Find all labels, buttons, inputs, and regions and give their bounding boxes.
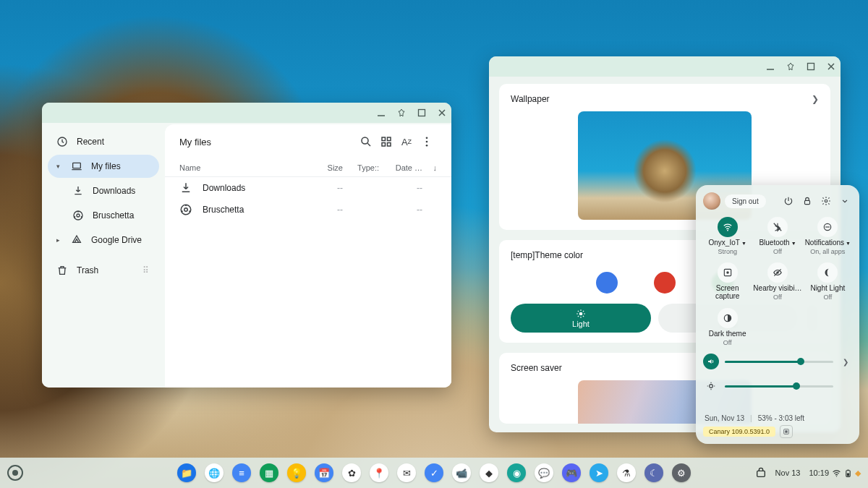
sort-arrow-icon[interactable]: ↓ (422, 163, 437, 172)
theme-swatch-0[interactable] (596, 272, 618, 294)
app-docs[interactable]: ≡ (232, 463, 251, 482)
minimize-icon[interactable] (765, 61, 775, 72)
app-calendar[interactable]: 📅 (315, 463, 333, 482)
files-column-header[interactable]: Name Size Type:: Date … ↓ (165, 159, 451, 177)
grid-view-icon[interactable] (376, 132, 396, 152)
minimize-icon[interactable] (376, 108, 386, 118)
shelf-status-area[interactable]: Nov 13 10:19 ◆ (755, 467, 861, 479)
sidebar-item-my-files[interactable]: ▾ My files (48, 155, 159, 178)
drive-icon (71, 234, 82, 246)
sidebar-item-label: Recent (77, 137, 104, 147)
shelf-date[interactable]: Nov 13 (775, 468, 801, 477)
qs-tile-wifi[interactable]: Onyx_IoT▼ Strong (703, 215, 752, 258)
brightness-icon[interactable] (703, 378, 719, 394)
col-type[interactable]: Type:: (343, 163, 379, 172)
col-date[interactable]: Date … (379, 163, 422, 172)
qs-tile-darktheme[interactable]: Dark theme Off (703, 307, 752, 349)
chevron-right-icon[interactable]: ❯ (839, 358, 852, 366)
gear-icon[interactable] (819, 194, 833, 208)
chevron-right-icon: ❯ (812, 94, 819, 104)
svg-line-7 (578, 310, 579, 311)
row-size: -- (307, 205, 343, 215)
canary-badge: Canary 109.0.5391.0 (703, 427, 775, 437)
settings-titlebar (489, 56, 841, 77)
app-labs[interactable]: ⚗ (617, 463, 636, 482)
tile-sub: On, all apps (810, 248, 845, 255)
search-icon[interactable] (356, 132, 376, 152)
app-gmail[interactable]: ✉ (397, 463, 416, 482)
pin-icon[interactable] (786, 61, 796, 72)
laptop-icon (71, 160, 82, 172)
lock-icon[interactable] (800, 194, 814, 208)
col-name[interactable]: Name (179, 163, 307, 172)
drag-handle-icon[interactable]: ⠿ (142, 265, 150, 275)
maximize-icon[interactable] (417, 108, 427, 118)
qs-tile-capture[interactable]: Screen capture (703, 261, 752, 304)
app-figma[interactable]: ◆ (480, 463, 498, 482)
launcher-button[interactable] (7, 465, 23, 481)
app-sheets[interactable]: ▦ (260, 463, 278, 482)
svg-line-8 (583, 315, 584, 316)
tile-label: Notifications▼ (805, 239, 851, 247)
pin-icon[interactable] (396, 108, 407, 118)
theme-light-button[interactable]: Light (511, 304, 651, 333)
sort-az-icon[interactable]: AZ (396, 132, 417, 152)
files-main: My files AZ Name Size Type:: Date … ↓ Do… (165, 124, 451, 388)
app-tasks[interactable]: ✓ (425, 463, 443, 482)
theme-swatch-1[interactable] (654, 272, 676, 294)
qs-tile-notif[interactable]: Notifications▼ On, all apps (804, 215, 852, 258)
managed-icon[interactable] (780, 425, 793, 438)
col-size[interactable]: Size (307, 163, 343, 172)
app-maps[interactable]: 📍 (370, 463, 388, 482)
qs-battery[interactable]: 53% - 3:03 left (758, 414, 804, 422)
app-discord[interactable]: 🎮 (562, 463, 581, 482)
brightness-slider[interactable] (725, 385, 833, 388)
chevron-down-icon[interactable] (838, 194, 852, 208)
app-files[interactable]: 📁 (177, 463, 196, 482)
app-keep[interactable]: 💡 (287, 463, 306, 482)
sidebar-item-drive[interactable]: ▸ Google Drive (48, 228, 159, 252)
sidebar-item-label: My files (91, 161, 121, 171)
close-icon[interactable] (826, 61, 836, 72)
table-row[interactable]: Downloads -- -- (165, 177, 451, 199)
nightlight-icon (817, 262, 838, 283)
sidebar-item-trash[interactable]: Trash ⠿ (48, 259, 159, 282)
trash-icon (56, 265, 68, 276)
battery-icon (843, 468, 853, 478)
app-chrome[interactable]: 🌐 (205, 463, 224, 482)
app-weather[interactable]: ☾ (644, 463, 663, 482)
table-row[interactable]: Bruschetta -- -- (165, 199, 451, 221)
app-meet[interactable]: 📹 (452, 463, 471, 482)
close-icon[interactable] (437, 108, 447, 118)
sign-out-button[interactable]: Sign out (725, 194, 766, 208)
more-icon[interactable] (417, 132, 437, 152)
svg-point-22 (362, 137, 368, 144)
volume-icon[interactable] (703, 354, 719, 369)
qs-tile-nearby[interactable]: Nearby visibi… Off (753, 261, 801, 304)
qs-date[interactable]: Sun, Nov 13 (705, 414, 744, 422)
qs-tile-bluetooth[interactable]: Bluetooth▼ Off (753, 215, 801, 258)
app-settings[interactable]: ⚙ (672, 463, 691, 482)
avatar[interactable] (703, 192, 720, 210)
tile-label: Bluetooth▼ (759, 239, 796, 247)
sidebar-item-bruschetta[interactable]: Bruschetta (48, 204, 159, 227)
app-telegram[interactable]: ➤ (590, 463, 608, 482)
svg-rect-24 (382, 137, 386, 141)
sidebar-item-recent[interactable]: Recent (48, 130, 159, 153)
app-chat[interactable]: 💬 (535, 463, 553, 482)
tile-sub: Off (773, 248, 782, 255)
sidebar-item-downloads[interactable]: Downloads (48, 179, 159, 202)
power-icon[interactable] (781, 194, 796, 208)
shelf-time[interactable]: 10:19 (809, 468, 829, 477)
volume-slider[interactable] (725, 361, 833, 363)
row-date: -- (379, 183, 422, 193)
tile-sub: Strong (718, 248, 737, 255)
maximize-icon[interactable] (806, 61, 816, 72)
app-photopea[interactable]: ◉ (507, 463, 526, 482)
tote-icon[interactable] (755, 467, 767, 479)
qs-tile-nightlight[interactable]: Night Light Off (804, 261, 852, 304)
notif-icon (817, 217, 838, 237)
app-photos[interactable]: ✿ (342, 463, 361, 482)
svg-rect-58 (847, 473, 849, 476)
svg-point-37 (825, 200, 827, 202)
